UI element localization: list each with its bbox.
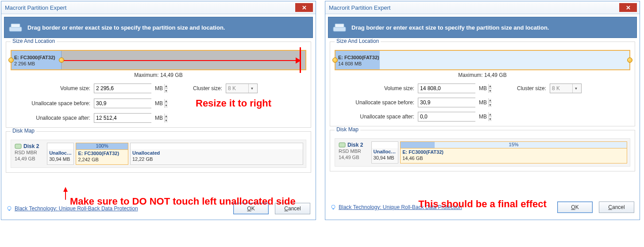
space-before-input[interactable]: ▲▼ [94, 99, 151, 108]
titlebar[interactable]: Macrorit Partition Expert ✕ [1, 1, 316, 14]
titlebar[interactable]: Macrorit Partition Expert ✕ [325, 1, 640, 14]
dialog-left: Macrorit Partition Expert ✕ Drag border … [1, 1, 316, 220]
space-after-input[interactable]: ▲▼ [418, 112, 475, 122]
resize-handle-left[interactable] [332, 57, 338, 63]
window-title: Macrorit Partition Expert [329, 4, 390, 11]
max-size-label: Maximum: 14,49 GB [11, 72, 306, 78]
disk-info: Disk 2 RSD MBR 14,49 GB [14, 143, 45, 165]
group-title: Size And Location [11, 38, 57, 44]
partition-label: E: FC3000(FAT32) 2 296 MB [12, 52, 57, 68]
annotation-resize: Resize it to right [196, 98, 271, 109]
volume-size-input[interactable]: ▲▼ [418, 84, 475, 93]
disk-map: Disk 2 RSD MBR 14,49 GB Unalloc…30,94 MB… [11, 140, 306, 168]
space-before-label: Unallocate space before: [11, 100, 90, 106]
svg-rect-2 [15, 144, 21, 148]
drive-icon [9, 23, 22, 32]
map-volume[interactable]: 15%E: FC3000(FAT32)14,46 GB [400, 141, 627, 163]
disk-map-group: Disk Map Disk 2 RSD MBR 14,49 GB Unalloc… [330, 130, 635, 171]
volume-size-label: Volume size: [11, 85, 90, 91]
close-button[interactable]: ✕ [619, 3, 637, 12]
map-unallocated[interactable]: Unalloc…30,94 MB [47, 143, 74, 165]
group-title: Disk Map [11, 128, 36, 134]
disk-info: Disk 2 RSD MBR 14,49 GB [338, 141, 370, 163]
space-before-label: Unallocate space before: [335, 99, 414, 106]
partition-slider[interactable]: E: FC3000(FAT32) 14 808 MB [335, 50, 630, 70]
instruction-banner: Drag border or enter exact size to speci… [4, 17, 313, 38]
space-after-label: Unallocate space after: [11, 115, 90, 121]
annotation-final: This should be a final effect [325, 198, 640, 209]
volume-size-label: Volume size: [335, 85, 414, 91]
cluster-size-select[interactable]: 8 K ▼ [226, 84, 258, 93]
partition-label: E: FC3000(FAT32) 14 808 MB [336, 52, 381, 68]
annotation-arrow-stem [65, 192, 66, 200]
svg-rect-1 [11, 24, 20, 27]
size-location-group: Size And Location E: FC3000(FAT32) 2 296… [6, 42, 311, 128]
svg-point-3 [8, 206, 11, 210]
annotation-warning: Make sure to DO NOT touch left unallocat… [70, 196, 305, 207]
group-title: Size And Location [335, 38, 381, 44]
max-size-label: Maximum: 14,49 GB [335, 72, 630, 78]
annotation-arrow-up [63, 187, 68, 192]
svg-rect-6 [335, 24, 344, 27]
drive-icon [333, 23, 346, 32]
instruction-banner: Drag border or enter exact size to speci… [328, 17, 637, 38]
map-volume[interactable]: 100%E: FC3000(FAT32)2,242 GB [76, 143, 128, 165]
resize-handle-left[interactable] [8, 57, 14, 63]
window-title: Macrorit Partition Expert [5, 4, 66, 11]
resize-handle-right[interactable] [627, 57, 632, 63]
space-after-input[interactable]: ▲▼ [94, 113, 151, 123]
size-location-group: Size And Location E: FC3000(FAT32) 14 80… [330, 42, 635, 126]
unit-label: MB [155, 85, 166, 91]
annotation-arrow [64, 60, 300, 61]
cluster-size-label: Cluster size: [182, 85, 222, 91]
lightbulb-icon [7, 206, 12, 211]
banner-text: Drag border or enter exact size to speci… [27, 24, 225, 31]
map-unallocated[interactable]: Unallocated12,22 GB [130, 143, 303, 165]
disk-icon [15, 143, 22, 150]
svg-rect-4 [9, 210, 10, 211]
partition-free [380, 51, 629, 69]
close-button[interactable]: ✕ [295, 3, 313, 12]
svg-rect-7 [339, 143, 345, 147]
group-title: Disk Map [335, 126, 360, 133]
space-before-input[interactable]: ▲▼ [418, 98, 475, 107]
cluster-size-label: Cluster size: [506, 85, 546, 91]
disk-icon [339, 141, 346, 148]
disk-map: Disk 2 RSD MBR 14,49 GB Unalloc…30,94 MB… [335, 138, 630, 167]
disk-map-group: Disk Map Disk 2 RSD MBR 14,49 GB Unalloc… [6, 131, 311, 173]
volume-size-input[interactable]: ▲▼ [94, 84, 151, 93]
dialog-right: Macrorit Partition Expert ✕ Drag border … [325, 1, 640, 220]
banner-text: Drag border or enter exact size to speci… [351, 24, 549, 31]
chevron-down-icon: ▼ [572, 84, 579, 93]
cluster-size-select[interactable]: 8 K ▼ [550, 84, 582, 93]
space-after-label: Unallocate space after: [335, 114, 414, 120]
chevron-down-icon: ▼ [248, 84, 255, 93]
map-unallocated[interactable]: Unalloc…30,94 MB [371, 141, 399, 163]
